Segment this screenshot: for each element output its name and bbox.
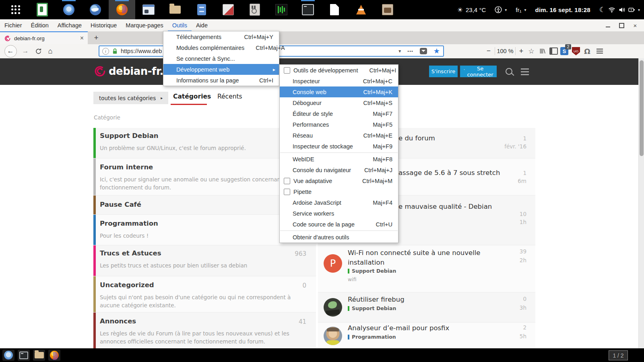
category-name[interactable]: Forum interne — [100, 163, 153, 171]
menu-item-inspecteur-stockage[interactable]: Inspecteur de stockage Maj+F9 — [280, 141, 398, 152]
category-name[interactable]: Programmation — [100, 220, 158, 227]
forward-button[interactable]: → — [20, 44, 31, 58]
logout-button[interactable] — [29, 0, 56, 19]
search-icon[interactable] — [506, 68, 512, 75]
category-name[interactable]: Trucs et Astuces — [100, 249, 161, 257]
minimize-button[interactable] — [605, 22, 611, 29]
page-actions-icon[interactable]: ••• — [407, 49, 413, 53]
sidebar-toggle-button[interactable] — [549, 44, 558, 58]
clock-label[interactable]: dim. 16 sept. 18:28 — [535, 6, 590, 13]
avatar[interactable] — [324, 327, 342, 345]
menu-item-service-workers[interactable]: Service workers — [280, 208, 398, 219]
menu-item-sync[interactable]: Se connecter à Sync... — [163, 53, 279, 64]
audio-mixer-launcher[interactable] — [242, 0, 268, 19]
menu-item-console-web[interactable]: Console web Ctrl+Maj+K — [280, 86, 398, 97]
radio-launcher[interactable] — [374, 0, 401, 19]
topic-title[interactable]: e du forum — [398, 134, 435, 142]
menu-item-console-navigateur[interactable]: Console du navigateur Ctrl+Maj+J — [280, 165, 398, 175]
firefox-launcher[interactable] — [109, 0, 135, 19]
url-dropdown-icon[interactable]: ▾ — [398, 48, 401, 54]
screenshot-launcher[interactable] — [135, 0, 162, 19]
tab-close-icon[interactable]: × — [80, 35, 84, 42]
file-cabinet-launcher[interactable] — [188, 0, 215, 19]
menu-item-webide[interactable]: WebIDE Maj+F8 — [280, 154, 398, 165]
menu-marque-pages[interactable]: Marque-pages — [121, 19, 168, 31]
category-name[interactable]: Support Debian — [100, 132, 159, 140]
accessibility-menu[interactable]: ▾ — [495, 6, 507, 13]
menu-item-performances[interactable]: Performances Maj+F5 — [280, 119, 398, 130]
file-manager-launcher[interactable] — [162, 0, 188, 19]
app-menu-button[interactable] — [594, 44, 605, 58]
topic-row[interactable]: Réutiliser firebug Support Debian 0 3h — [318, 292, 535, 323]
libreoffice-launcher[interactable] — [321, 0, 348, 19]
menu-item-inspecteur[interactable]: Inspecteur Ctrl+Maj+C — [280, 76, 398, 86]
site-menu-icon[interactable] — [521, 68, 529, 75]
menu-item-outils-developpement[interactable]: Outils de développement Ctrl+Maj+I — [280, 65, 398, 76]
menu-item-ardoise-javascript[interactable]: Ardoise JavaScript Maj+F4 — [280, 197, 398, 208]
menu-item-modules-complementaires[interactable]: Modules complémentaires Ctrl+Maj+A — [163, 42, 279, 53]
volume-icon[interactable] — [618, 7, 625, 13]
avatar[interactable] — [324, 298, 342, 317]
menu-item-obtenir-outils[interactable]: Obtenir d'autres outils — [280, 232, 398, 243]
checkbox-unchecked[interactable] — [284, 67, 290, 74]
night-mode-icon[interactable]: ☾ — [599, 6, 605, 14]
menu-aide[interactable]: Aide — [192, 19, 212, 31]
menu-item-telechargements[interactable]: Téléchargements Ctrl+Maj+Y — [163, 31, 279, 42]
menu-item-informations-page[interactable]: Informations sur la page Ctrl+I — [163, 75, 279, 86]
package-manager-launcher[interactable] — [215, 0, 242, 19]
category-row-trucs-astuces[interactable]: Trucs et Astuces Les petits trucs et ast… — [93, 245, 316, 276]
stylus-extension-button[interactable]: S2 — [559, 44, 569, 58]
topic-category-badge[interactable]: Programmation — [348, 334, 396, 340]
signup-button[interactable]: S'inscrire — [429, 66, 458, 77]
menu-item-vue-adaptative[interactable]: Vue adaptative Ctrl+Maj+M — [280, 175, 398, 186]
url-text[interactable]: https://www.deb — [121, 48, 162, 54]
category-name[interactable]: Uncategorized — [100, 281, 154, 289]
reload-button[interactable] — [33, 44, 43, 58]
topic-title[interactable]: Analyseur d’e-mail pour posfix — [348, 324, 449, 332]
zoom-in-button[interactable]: + — [517, 44, 526, 58]
page-scrollbar[interactable] — [638, 58, 644, 348]
taskbar-firefox[interactable] — [48, 350, 60, 361]
avatar[interactable]: P — [324, 254, 342, 273]
taskbar-terminal[interactable] — [18, 350, 30, 361]
category-row-annonces[interactable]: Annonces Les règles de vie du Forum (à l… — [93, 313, 316, 348]
menu-item-developpement-web[interactable]: Développement web ▸ — [163, 64, 279, 75]
terminal-launcher[interactable] — [295, 0, 321, 19]
proxy-extension-button[interactable]: Ω — [582, 44, 592, 58]
topic-category-badge[interactable]: Support Debian — [348, 268, 396, 274]
menu-outils[interactable]: Outils — [168, 19, 192, 31]
close-button[interactable]: × — [632, 22, 638, 29]
topic-category-badge[interactable]: Support Debian — [348, 305, 396, 311]
bookmarks-menu-button[interactable]: ☆ — [527, 44, 536, 58]
topic-title[interactable]: e mauvaise qualité - Debian — [398, 203, 492, 210]
back-button[interactable]: ← — [3, 44, 18, 58]
menu-historique[interactable]: Historique — [86, 19, 121, 31]
home-button[interactable]: ⌂ — [45, 44, 56, 58]
menu-affichage[interactable]: Affichage — [53, 19, 86, 31]
menu-fichier[interactable]: Fichier — [0, 19, 27, 31]
library-button[interactable] — [538, 44, 547, 58]
page-info-icon[interactable]: i — [102, 48, 109, 55]
app-grid-button[interactable] — [2, 0, 29, 19]
checkbox-unchecked[interactable] — [284, 189, 290, 195]
menu-item-reseau[interactable]: Réseau Ctrl+Maj+E — [280, 130, 398, 141]
ublock-extension-button[interactable]: UO — [571, 44, 581, 58]
chromium-launcher[interactable] — [56, 0, 82, 19]
taskbar-chromium[interactable] — [2, 350, 14, 361]
weather-indicator[interactable]: ☀ 23,4 °C — [457, 6, 486, 14]
topic-title[interactable]: Réutiliser firebug — [348, 296, 405, 303]
tab-categories[interactable]: Catégories — [173, 93, 211, 100]
topic-title[interactable]: Wi-Fi non connecté suite à une nouvelle … — [348, 248, 509, 267]
menu-item-editeur-style[interactable]: Éditeur de style Maj+F7 — [280, 108, 398, 119]
keyboard-layout-menu[interactable]: fr₁ ▾ — [516, 6, 526, 13]
thunderbird-launcher[interactable] — [82, 0, 109, 19]
scrollbar-thumb[interactable] — [640, 60, 644, 156]
checkbox-unchecked[interactable] — [284, 178, 290, 184]
pocket-icon[interactable] — [420, 48, 427, 54]
menu-edition[interactable]: Édition — [27, 19, 53, 31]
zoom-level-label[interactable]: 100 % — [496, 44, 514, 58]
bookmark-star-icon[interactable]: ★ — [433, 47, 440, 56]
taskbar-file-manager[interactable] — [33, 350, 45, 361]
tab-recents[interactable]: Récents — [217, 93, 242, 100]
https-lock-icon[interactable] — [112, 48, 118, 55]
